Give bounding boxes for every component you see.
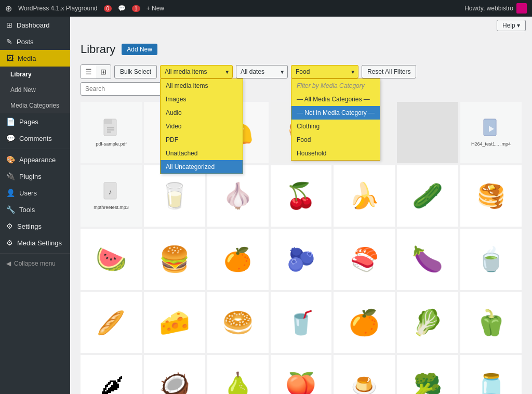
category-filter[interactable]: Food ▼ — [291, 65, 358, 78]
filter1-arrow-icon: ▼ — [224, 69, 230, 75]
media-item-sushi[interactable]: 🍣 — [334, 229, 395, 290]
filter1-option-unattached[interactable]: Unattached — [161, 147, 243, 160]
media-item-jam[interactable]: 🫙 — [460, 355, 522, 394]
pdf-label: pdf-sample.pdf — [96, 141, 127, 147]
sidebar-item-media-categories[interactable]: Media Categories — [0, 98, 70, 113]
media-item-pepper[interactable]: 🫑 — [460, 292, 522, 353]
video-label: H264_test1... .mp4 — [471, 141, 511, 147]
category-option-not-in[interactable]: — Not in Media Category — — [291, 106, 380, 120]
filter1-option-video[interactable]: Video — [161, 120, 243, 133]
media-item-garlic[interactable]: 🧄 — [207, 165, 269, 227]
media-item-empty1[interactable] — [397, 102, 458, 163]
topbar-right: Howdy, webbistro — [464, 3, 527, 14]
sidebar-item-plugins[interactable]: 🔌 Plugins — [0, 168, 70, 185]
sidebar-label-media: Media — [18, 55, 36, 62]
media-item-burger[interactable]: 🍔 — [144, 229, 205, 290]
sidebar-item-appearance[interactable]: 🎨 Appearance — [0, 151, 70, 168]
media-categories-label: Media Categories — [10, 102, 59, 109]
reset-filters-button[interactable]: Reset All Filters — [362, 65, 416, 78]
media-item-banana[interactable]: 🍌 — [334, 165, 395, 227]
howdy-text: Howdy, webbistro — [464, 5, 513, 12]
filter1-option-uncategorized[interactable]: All Uncategorized — [161, 160, 243, 174]
media-item-dessert[interactable]: 🍮 — [334, 355, 395, 394]
media-type-filter-wrapper: All media items ▼ All media items Images… — [160, 65, 233, 78]
category-option-food[interactable]: Food — [291, 133, 380, 147]
site-name[interactable]: WordPress 4.1.x Playground — [18, 5, 98, 12]
category-dropdown: Filter by Media Category — All Media Cat… — [291, 78, 380, 161]
sidebar-item-dashboard[interactable]: ⊞ Dashboard — [0, 17, 70, 33]
media-settings-icon: ⚙ — [6, 239, 13, 247]
sidebar-item-media[interactable]: 🖼 Media — [0, 50, 70, 67]
media-item-breadsticks[interactable]: 🥖 — [81, 292, 142, 353]
media-item-audio[interactable]: ♪ mpthreetest.mp3 — [81, 165, 142, 227]
sidebar-item-tools[interactable]: 🔧 Tools — [0, 201, 70, 218]
dates-filter[interactable]: All dates ▼ — [236, 65, 288, 78]
filter1-option-all[interactable]: All media items — [161, 79, 243, 93]
media-item-lettuce[interactable]: 🥬 — [397, 292, 458, 353]
media-item-smoothie[interactable]: 🥤 — [271, 292, 332, 353]
video-file-icon — [483, 119, 499, 139]
media-item-pdf[interactable]: pdf-sample.pdf — [81, 102, 142, 163]
sidebar-item-settings[interactable]: ⚙ Settings — [0, 218, 70, 234]
add-new-button[interactable]: Add New — [122, 44, 157, 55]
media-item-orange[interactable]: 🍊 — [334, 292, 395, 353]
sidebar-label-plugins: Plugins — [19, 173, 42, 180]
media-type-filter[interactable]: All media items ▼ — [160, 65, 233, 78]
sidebar-item-users[interactable]: 👤 Users — [0, 185, 70, 201]
filter1-option-audio[interactable]: Audio — [161, 106, 243, 120]
media-item-cheese[interactable]: 🧀 — [144, 292, 205, 353]
help-button[interactable]: Help ▾ — [497, 20, 526, 31]
filter1-option-pdf[interactable]: PDF — [161, 133, 243, 147]
sidebar-item-comments[interactable]: 💬 Comments — [0, 130, 70, 147]
media-item-peach[interactable]: 🍑 — [271, 355, 332, 394]
bulk-select-button[interactable]: Bulk Select — [114, 65, 157, 78]
media-item-eggplant[interactable]: 🍆 — [397, 229, 458, 290]
media-item-milk[interactable]: 🥛 — [144, 165, 205, 227]
media-item-red-pepper[interactable]: 🌶 — [81, 355, 142, 394]
comments-icon: 💬 — [6, 134, 15, 142]
media-item-tea[interactable]: 🍵 — [460, 229, 522, 290]
add-new-label: Add New — [10, 86, 36, 94]
audio-file-icon: ♪ — [103, 182, 119, 203]
media-item-pancakes[interactable]: 🥞 — [460, 165, 522, 227]
sidebar-label-appearance: Appearance — [19, 156, 56, 164]
media-type-dropdown: All media items Images Audio Video PDF U… — [160, 78, 243, 174]
category-option-household[interactable]: Household — [291, 147, 380, 160]
sidebar-item-library[interactable]: Library — [0, 67, 70, 82]
library-label: Library — [10, 71, 32, 78]
media-item-watermelon[interactable]: 🍉 — [81, 229, 142, 290]
file-icon-svg — [103, 119, 119, 139]
new-menu[interactable]: + New — [147, 5, 164, 12]
category-option-clothing[interactable]: Clothing — [291, 120, 380, 133]
comment-icon[interactable]: 💬 — [118, 5, 126, 12]
sidebar-item-posts[interactable]: ✎ Posts — [0, 33, 70, 50]
media-item-video[interactable]: H264_test1... .mp4 — [460, 102, 522, 163]
list-view-button[interactable]: ☰ — [81, 65, 96, 78]
users-icon: 👤 — [6, 189, 15, 197]
user-avatar[interactable] — [516, 3, 527, 14]
sidebar-label-settings: Settings — [17, 222, 42, 230]
media-item-cucumber[interactable]: 🥒 — [397, 165, 458, 227]
media-item-cauliflower[interactable]: 🥦 — [397, 355, 458, 394]
comment-count[interactable]: 1 — [132, 5, 140, 12]
media-item-coconut[interactable]: 🥥 — [144, 355, 205, 394]
sidebar-item-add-new[interactable]: Add New — [0, 82, 70, 98]
sidebar-item-pages[interactable]: 📄 Pages — [0, 113, 70, 130]
wp-logo-icon[interactable]: ⊕ — [5, 4, 12, 14]
media-item-bagel[interactable]: 🥯 — [207, 292, 269, 353]
plugins-icon: 🔌 — [6, 172, 15, 180]
filter1-option-images[interactable]: Images — [161, 93, 243, 106]
media-item-blackberries[interactable]: 🫐 — [271, 229, 332, 290]
updates-count[interactable]: 0 — [104, 5, 112, 12]
media-item-cherries[interactable]: 🍒 — [271, 165, 332, 227]
media-item-juice[interactable]: 🍊 — [207, 229, 269, 290]
filter3-arrow-icon: ▼ — [350, 69, 355, 75]
svg-text:♪: ♪ — [108, 188, 112, 196]
collapse-menu[interactable]: ◀ Collapse menu — [0, 256, 70, 271]
category-option-all[interactable]: — All Media Categories — — [291, 93, 380, 106]
grid-view-button[interactable]: ⊞ — [96, 65, 111, 78]
dates-filter-wrapper: All dates ▼ — [236, 65, 288, 78]
sidebar-item-media-settings[interactable]: ⚙ Media Settings — [0, 234, 70, 251]
media-item-pear[interactable]: 🍐 — [207, 355, 269, 394]
collapse-arrow-icon: ◀ — [6, 260, 11, 267]
